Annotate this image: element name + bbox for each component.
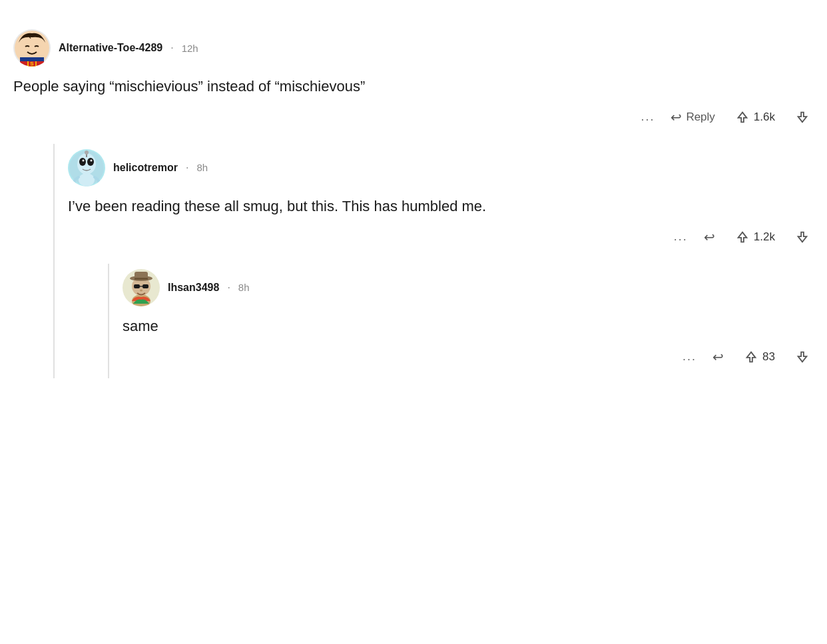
comment-timestamp: 8h — [238, 282, 250, 293]
comment-body: People saying “mischievious” instead of … — [13, 73, 814, 107]
indent-level-2: Ihsan3498 · 8h same ... ↩ 83 — [108, 264, 814, 378]
superman-avatar-image: S — [13, 29, 51, 67]
svg-point-11 — [85, 151, 89, 155]
avatar — [68, 149, 105, 186]
more-button[interactable]: ... — [674, 230, 688, 244]
comment-actions: ... ↩ 1.2k — [68, 226, 814, 253]
downvote-icon — [795, 230, 810, 244]
reply-label: Reply — [686, 111, 714, 124]
comment-body: same — [123, 313, 814, 346]
svg-point-8 — [83, 159, 85, 161]
reply-button[interactable]: ↩ — [700, 226, 719, 248]
svg-point-22 — [140, 289, 142, 291]
downvote-button[interactable] — [791, 227, 814, 247]
more-button[interactable]: ... — [683, 350, 696, 364]
comment-body: I’ve been reading these all smug, but th… — [68, 193, 814, 226]
comment-item: helicotremor · 8h I’ve been reading thes… — [68, 144, 814, 258]
downvote-button[interactable] — [791, 107, 814, 127]
svg-rect-18 — [135, 278, 148, 280]
comment-actions: ... ↩ 83 — [123, 346, 814, 373]
vote-count: 1.2k — [754, 230, 775, 244]
svg-rect-20 — [142, 284, 148, 288]
upvote-button[interactable]: 83 — [740, 347, 779, 367]
dot-separator: · — [227, 282, 230, 294]
dot-separator: · — [186, 162, 188, 174]
svg-point-7 — [87, 158, 94, 166]
downvote-icon — [795, 350, 810, 364]
comment-username: Ihsan3498 — [168, 282, 219, 294]
upvote-button[interactable]: 1.6k — [731, 107, 779, 127]
cool-avatar-image — [123, 269, 160, 306]
downvote-icon — [795, 110, 810, 125]
reply-button[interactable]: ↩ Reply — [667, 107, 718, 128]
comment-header: Ihsan3498 · 8h — [123, 269, 814, 306]
comment-timestamp: 8h — [196, 162, 208, 173]
upvote-icon — [744, 350, 758, 364]
comment-item: Ihsan3498 · 8h same ... ↩ 83 — [123, 264, 814, 378]
svg-rect-3 — [20, 57, 44, 61]
upvote-icon — [735, 110, 750, 125]
reply-button[interactable]: ↩ — [708, 346, 728, 368]
svg-point-12 — [79, 173, 95, 186]
svg-point-9 — [91, 159, 93, 161]
comment-timestamp: 12h — [182, 43, 198, 54]
indent-level-1: helicotremor · 8h I’ve been reading thes… — [53, 144, 814, 378]
comment-username: Alternative-Toe-4289 — [59, 42, 162, 54]
reply-icon: ↩ — [712, 349, 724, 365]
svg-rect-19 — [134, 284, 140, 288]
more-button[interactable]: ... — [641, 110, 655, 124]
downvote-button[interactable] — [791, 347, 814, 367]
vote-count: 83 — [762, 350, 775, 364]
alien-avatar-image — [68, 149, 105, 186]
comment-header: S Alternative-Toe-4289 · 12h — [13, 29, 814, 67]
comment-username: helicotremor — [113, 162, 178, 174]
comment-actions: ... ↩ Reply 1.6k — [13, 107, 814, 133]
avatar: S — [13, 29, 51, 67]
svg-point-6 — [79, 158, 86, 166]
vote-count: 1.6k — [754, 111, 775, 124]
comment-item: S Alternative-Toe-4289 · 12h People sayi… — [13, 24, 814, 139]
reply-icon: ↩ — [671, 109, 682, 125]
reply-icon: ↩ — [704, 229, 715, 245]
comment-thread: S Alternative-Toe-4289 · 12h People sayi… — [13, 13, 814, 389]
comment-header: helicotremor · 8h — [68, 149, 814, 186]
upvote-button[interactable]: 1.2k — [731, 227, 779, 247]
upvote-icon — [735, 230, 750, 244]
dot-separator: · — [170, 42, 173, 54]
avatar — [123, 269, 160, 306]
svg-text:S: S — [30, 61, 34, 67]
